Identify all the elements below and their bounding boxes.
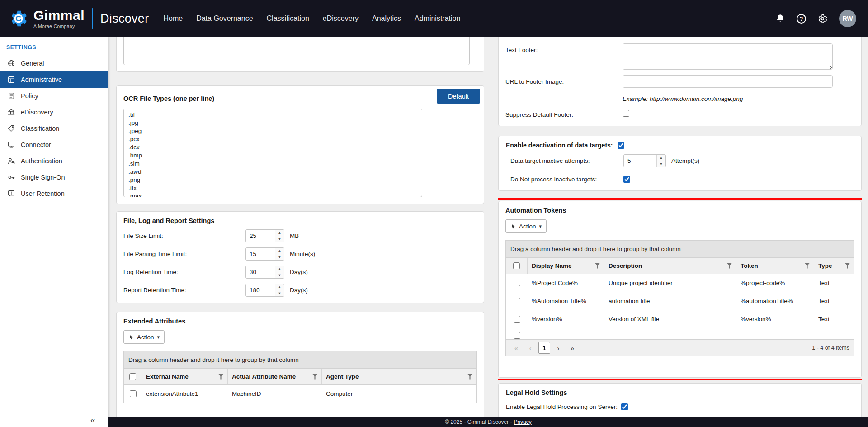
admin-icon [7,76,15,84]
nav-data-governance[interactable]: Data Governance [196,14,253,23]
spinner-up-icon[interactable]: ▲ [657,155,665,161]
row-checkbox[interactable] [514,298,520,304]
grid-header-row: Display Name Description Token Type [506,258,854,274]
gear-icon[interactable] [817,14,828,24]
file-parsing-time-input[interactable]: ▲▼ [245,247,284,261]
column-header-display-name[interactable]: Display Name [528,258,604,274]
privacy-link[interactable]: Privacy [514,419,531,425]
ocr-file-types-textarea[interactable]: .tif .jpg .jpeg .pcx .dcx .bmp .sim .awd… [123,109,422,197]
text-footer-textarea[interactable] [623,43,833,70]
column-header-actual-attribute-name[interactable]: Actual Attribute Name [228,369,322,384]
sidebar-item-connector[interactable]: Connector [0,137,108,153]
filter-funnel-icon[interactable] [845,263,850,269]
select-all-checkbox[interactable] [513,262,520,269]
sidebar-item-administrative[interactable]: Administrative [0,71,108,88]
row-checkbox[interactable] [130,390,137,397]
spinner-up-icon[interactable]: ▲ [275,284,284,290]
report-retention-input[interactable]: ▲▼ [245,284,284,297]
column-header-agent-type[interactable]: Agent Type [322,369,476,384]
numeric-input[interactable] [246,230,275,242]
filter-funnel-icon[interactable] [218,374,223,380]
sidebar-item-general[interactable]: General [0,55,108,71]
numeric-input[interactable] [246,266,275,278]
bell-icon[interactable] [775,14,785,24]
filter-funnel-icon[interactable] [467,374,472,380]
page-1-button[interactable]: 1 [538,342,550,354]
last-page-icon[interactable]: » [566,342,578,354]
field-unit: Day(s) [290,287,308,294]
table-row[interactable]: %Project Code% Unique project identifier… [506,274,854,292]
column-header-type[interactable]: Type [814,258,854,274]
group-by-bar[interactable]: Drag a column header and drop it here to… [124,351,476,369]
table-row[interactable]: %version% Version of XML file %version% … [506,310,854,328]
no-process-inactive-checkbox[interactable] [623,176,630,183]
spinner-down-icon[interactable]: ▼ [275,272,284,278]
nav-administration[interactable]: Administration [415,14,460,23]
prev-page-icon[interactable]: ‹ [524,342,536,354]
filter-funnel-icon[interactable] [805,263,810,269]
help-icon[interactable]: ? [797,14,806,24]
default-button[interactable]: Default [437,89,480,104]
numeric-input[interactable] [246,248,275,260]
sidebar-item-single-sign-on[interactable]: Single Sign-On [0,169,108,185]
group-by-bar[interactable]: Drag a column header and drop it here to… [506,241,854,258]
clipped-textarea[interactable] [123,37,470,65]
nav-analytics[interactable]: Analytics [372,14,401,23]
next-page-icon[interactable]: › [552,342,564,354]
nav-home[interactable]: Home [163,14,183,23]
spinner-down-icon[interactable]: ▼ [275,236,284,242]
tag-icon [7,124,15,133]
spinner-up-icon[interactable]: ▲ [275,266,284,272]
sidebar-item-ediscovery[interactable]: eDiscovery [0,104,108,120]
sidebar-collapse-button[interactable]: « [90,415,95,425]
clipped-top-panel [116,37,484,72]
numeric-input[interactable] [246,284,275,296]
sidebar-item-user-retention[interactable]: User Retention [0,185,108,202]
column-header-description[interactable]: Description [604,258,736,274]
monitor-icon [7,141,15,149]
cell-actual-attribute-name: MachineID [228,390,322,397]
chevron-down-icon: ▾ [157,334,160,340]
enable-legal-hold-checkbox[interactable] [621,403,628,410]
column-header-token[interactable]: Token [736,258,814,274]
table-row-clipped[interactable] [506,328,854,339]
spinner-up-icon[interactable]: ▲ [275,248,284,254]
table-row[interactable]: extensionAttribute1 MachineID Computer [124,385,476,403]
filter-funnel-icon[interactable] [312,374,317,380]
enable-legal-hold-row: Enable Legal Hold Processing on Server: [506,403,854,410]
enable-deactivation-checkbox[interactable] [618,142,624,149]
action-dropdown-button[interactable]: Action ▾ [505,219,547,233]
spinner-down-icon[interactable]: ▼ [275,254,284,260]
log-retention-input[interactable]: ▲▼ [245,266,284,279]
spinner-down-icon[interactable]: ▼ [657,161,665,167]
file-size-limit-input[interactable]: ▲▼ [245,229,284,242]
row-checkbox[interactable] [514,280,520,286]
suppress-footer-checkbox[interactable] [623,110,629,117]
url-example-text: Example: http://www.domain.com/image.png [623,95,743,102]
field-label: Report Retention Time: [123,287,245,294]
user-avatar[interactable]: RW [839,10,856,27]
sidebar-item-authentication[interactable]: Authentication [0,153,108,169]
filter-funnel-icon[interactable] [727,263,732,269]
select-all-checkbox[interactable] [129,373,136,380]
inactive-attempts-input[interactable]: ▲▼ [623,154,666,167]
copyright-text: © 2025 - Gimmal Discover - [445,419,512,425]
action-dropdown-button[interactable]: Action ▾ [123,330,165,344]
sidebar-item-classification[interactable]: Classification [0,120,108,137]
sidebar-item-policy[interactable]: Policy [0,88,108,104]
numeric-input[interactable] [624,155,656,167]
page-footer: © 2025 - Gimmal Discover - Privacy [108,417,868,427]
spinner-down-icon[interactable]: ▼ [275,290,284,296]
table-row[interactable]: %Automation Title% automation title %aut… [506,292,854,310]
url-footer-input[interactable] [623,75,833,88]
nav-classification[interactable]: Classification [267,14,309,23]
first-page-icon[interactable]: « [510,342,522,354]
nav-ediscovery[interactable]: eDiscovery [323,14,359,23]
report-footer-settings-panel: Text Footer: URL to Footer Image: Exampl… [498,37,862,126]
column-header-external-name[interactable]: External Name [142,369,228,384]
spinner-up-icon[interactable]: ▲ [275,230,284,236]
filter-funnel-icon[interactable] [595,263,600,269]
gimmal-logo[interactable]: G Gimmal A Morae Company [8,8,85,29]
row-checkbox[interactable] [514,316,520,323]
row-checkbox[interactable] [514,332,520,339]
